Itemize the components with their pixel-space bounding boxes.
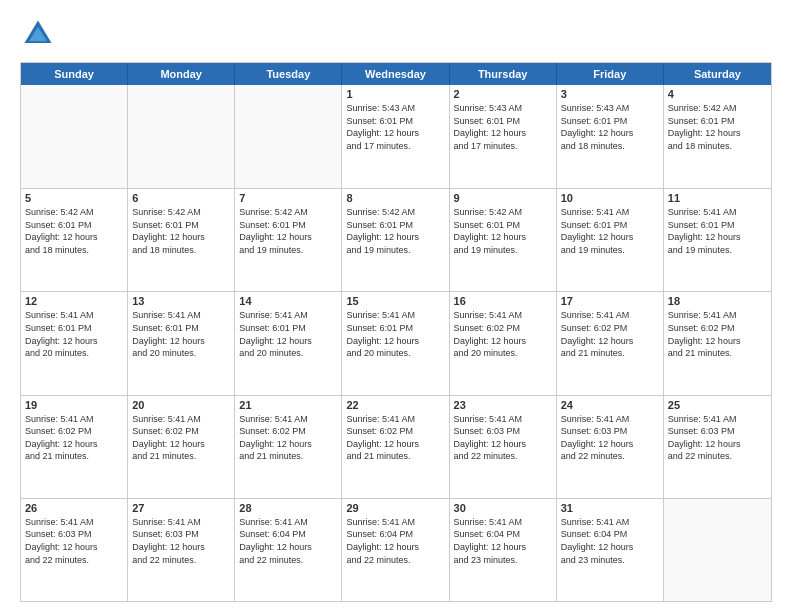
calendar-cell: 9Sunrise: 5:42 AM Sunset: 6:01 PM Daylig… xyxy=(450,189,557,291)
cell-info: Sunrise: 5:43 AM Sunset: 6:01 PM Dayligh… xyxy=(561,102,659,152)
day-number: 3 xyxy=(561,88,659,100)
day-number: 30 xyxy=(454,502,552,514)
calendar-cell xyxy=(128,85,235,188)
calendar-header: SundayMondayTuesdayWednesdayThursdayFrid… xyxy=(21,63,771,85)
calendar-cell: 8Sunrise: 5:42 AM Sunset: 6:01 PM Daylig… xyxy=(342,189,449,291)
day-number: 31 xyxy=(561,502,659,514)
cell-info: Sunrise: 5:41 AM Sunset: 6:02 PM Dayligh… xyxy=(346,413,444,463)
calendar-cell: 1Sunrise: 5:43 AM Sunset: 6:01 PM Daylig… xyxy=(342,85,449,188)
cell-info: Sunrise: 5:41 AM Sunset: 6:02 PM Dayligh… xyxy=(561,309,659,359)
calendar-cell: 30Sunrise: 5:41 AM Sunset: 6:04 PM Dayli… xyxy=(450,499,557,601)
day-number: 22 xyxy=(346,399,444,411)
calendar-cell: 19Sunrise: 5:41 AM Sunset: 6:02 PM Dayli… xyxy=(21,396,128,498)
calendar-week-3: 12Sunrise: 5:41 AM Sunset: 6:01 PM Dayli… xyxy=(21,291,771,394)
day-number: 23 xyxy=(454,399,552,411)
calendar-cell: 26Sunrise: 5:41 AM Sunset: 6:03 PM Dayli… xyxy=(21,499,128,601)
day-number: 19 xyxy=(25,399,123,411)
calendar-cell: 25Sunrise: 5:41 AM Sunset: 6:03 PM Dayli… xyxy=(664,396,771,498)
calendar-cell: 18Sunrise: 5:41 AM Sunset: 6:02 PM Dayli… xyxy=(664,292,771,394)
day-number: 14 xyxy=(239,295,337,307)
calendar-cell: 3Sunrise: 5:43 AM Sunset: 6:01 PM Daylig… xyxy=(557,85,664,188)
header-day-monday: Monday xyxy=(128,63,235,85)
cell-info: Sunrise: 5:42 AM Sunset: 6:01 PM Dayligh… xyxy=(132,206,230,256)
cell-info: Sunrise: 5:41 AM Sunset: 6:03 PM Dayligh… xyxy=(668,413,767,463)
cell-info: Sunrise: 5:42 AM Sunset: 6:01 PM Dayligh… xyxy=(668,102,767,152)
day-number: 6 xyxy=(132,192,230,204)
header-day-saturday: Saturday xyxy=(664,63,771,85)
logo-icon xyxy=(20,16,56,52)
day-number: 28 xyxy=(239,502,337,514)
cell-info: Sunrise: 5:41 AM Sunset: 6:04 PM Dayligh… xyxy=(239,516,337,566)
day-number: 8 xyxy=(346,192,444,204)
day-number: 4 xyxy=(668,88,767,100)
cell-info: Sunrise: 5:41 AM Sunset: 6:02 PM Dayligh… xyxy=(454,309,552,359)
calendar-cell: 31Sunrise: 5:41 AM Sunset: 6:04 PM Dayli… xyxy=(557,499,664,601)
calendar-body: 1Sunrise: 5:43 AM Sunset: 6:01 PM Daylig… xyxy=(21,85,771,601)
calendar-cell xyxy=(21,85,128,188)
day-number: 29 xyxy=(346,502,444,514)
calendar-cell: 16Sunrise: 5:41 AM Sunset: 6:02 PM Dayli… xyxy=(450,292,557,394)
cell-info: Sunrise: 5:41 AM Sunset: 6:04 PM Dayligh… xyxy=(346,516,444,566)
cell-info: Sunrise: 5:41 AM Sunset: 6:04 PM Dayligh… xyxy=(561,516,659,566)
calendar-cell xyxy=(664,499,771,601)
calendar-cell: 14Sunrise: 5:41 AM Sunset: 6:01 PM Dayli… xyxy=(235,292,342,394)
day-number: 7 xyxy=(239,192,337,204)
calendar-cell: 5Sunrise: 5:42 AM Sunset: 6:01 PM Daylig… xyxy=(21,189,128,291)
calendar-cell: 2Sunrise: 5:43 AM Sunset: 6:01 PM Daylig… xyxy=(450,85,557,188)
calendar-cell: 22Sunrise: 5:41 AM Sunset: 6:02 PM Dayli… xyxy=(342,396,449,498)
calendar-week-2: 5Sunrise: 5:42 AM Sunset: 6:01 PM Daylig… xyxy=(21,188,771,291)
day-number: 26 xyxy=(25,502,123,514)
calendar-cell xyxy=(235,85,342,188)
day-number: 18 xyxy=(668,295,767,307)
cell-info: Sunrise: 5:41 AM Sunset: 6:01 PM Dayligh… xyxy=(239,309,337,359)
day-number: 25 xyxy=(668,399,767,411)
calendar-cell: 15Sunrise: 5:41 AM Sunset: 6:01 PM Dayli… xyxy=(342,292,449,394)
calendar-cell: 4Sunrise: 5:42 AM Sunset: 6:01 PM Daylig… xyxy=(664,85,771,188)
day-number: 12 xyxy=(25,295,123,307)
day-number: 17 xyxy=(561,295,659,307)
calendar-cell: 11Sunrise: 5:41 AM Sunset: 6:01 PM Dayli… xyxy=(664,189,771,291)
header-day-sunday: Sunday xyxy=(21,63,128,85)
day-number: 16 xyxy=(454,295,552,307)
cell-info: Sunrise: 5:41 AM Sunset: 6:03 PM Dayligh… xyxy=(132,516,230,566)
header-day-wednesday: Wednesday xyxy=(342,63,449,85)
calendar-cell: 17Sunrise: 5:41 AM Sunset: 6:02 PM Dayli… xyxy=(557,292,664,394)
day-number: 11 xyxy=(668,192,767,204)
header xyxy=(20,16,772,52)
page: SundayMondayTuesdayWednesdayThursdayFrid… xyxy=(0,0,792,612)
calendar-cell: 29Sunrise: 5:41 AM Sunset: 6:04 PM Dayli… xyxy=(342,499,449,601)
calendar-cell: 20Sunrise: 5:41 AM Sunset: 6:02 PM Dayli… xyxy=(128,396,235,498)
calendar-cell: 12Sunrise: 5:41 AM Sunset: 6:01 PM Dayli… xyxy=(21,292,128,394)
cell-info: Sunrise: 5:42 AM Sunset: 6:01 PM Dayligh… xyxy=(239,206,337,256)
cell-info: Sunrise: 5:41 AM Sunset: 6:02 PM Dayligh… xyxy=(25,413,123,463)
day-number: 1 xyxy=(346,88,444,100)
day-number: 27 xyxy=(132,502,230,514)
header-day-thursday: Thursday xyxy=(450,63,557,85)
calendar: SundayMondayTuesdayWednesdayThursdayFrid… xyxy=(20,62,772,602)
day-number: 21 xyxy=(239,399,337,411)
calendar-cell: 23Sunrise: 5:41 AM Sunset: 6:03 PM Dayli… xyxy=(450,396,557,498)
cell-info: Sunrise: 5:41 AM Sunset: 6:03 PM Dayligh… xyxy=(561,413,659,463)
logo xyxy=(20,16,60,52)
calendar-week-5: 26Sunrise: 5:41 AM Sunset: 6:03 PM Dayli… xyxy=(21,498,771,601)
cell-info: Sunrise: 5:41 AM Sunset: 6:03 PM Dayligh… xyxy=(25,516,123,566)
header-day-friday: Friday xyxy=(557,63,664,85)
calendar-cell: 28Sunrise: 5:41 AM Sunset: 6:04 PM Dayli… xyxy=(235,499,342,601)
day-number: 13 xyxy=(132,295,230,307)
cell-info: Sunrise: 5:42 AM Sunset: 6:01 PM Dayligh… xyxy=(25,206,123,256)
cell-info: Sunrise: 5:43 AM Sunset: 6:01 PM Dayligh… xyxy=(346,102,444,152)
header-day-tuesday: Tuesday xyxy=(235,63,342,85)
calendar-cell: 7Sunrise: 5:42 AM Sunset: 6:01 PM Daylig… xyxy=(235,189,342,291)
calendar-cell: 24Sunrise: 5:41 AM Sunset: 6:03 PM Dayli… xyxy=(557,396,664,498)
calendar-week-1: 1Sunrise: 5:43 AM Sunset: 6:01 PM Daylig… xyxy=(21,85,771,188)
calendar-cell: 10Sunrise: 5:41 AM Sunset: 6:01 PM Dayli… xyxy=(557,189,664,291)
cell-info: Sunrise: 5:42 AM Sunset: 6:01 PM Dayligh… xyxy=(346,206,444,256)
calendar-cell: 21Sunrise: 5:41 AM Sunset: 6:02 PM Dayli… xyxy=(235,396,342,498)
cell-info: Sunrise: 5:42 AM Sunset: 6:01 PM Dayligh… xyxy=(454,206,552,256)
cell-info: Sunrise: 5:41 AM Sunset: 6:01 PM Dayligh… xyxy=(561,206,659,256)
cell-info: Sunrise: 5:41 AM Sunset: 6:02 PM Dayligh… xyxy=(239,413,337,463)
calendar-cell: 27Sunrise: 5:41 AM Sunset: 6:03 PM Dayli… xyxy=(128,499,235,601)
day-number: 15 xyxy=(346,295,444,307)
cell-info: Sunrise: 5:41 AM Sunset: 6:01 PM Dayligh… xyxy=(25,309,123,359)
calendar-week-4: 19Sunrise: 5:41 AM Sunset: 6:02 PM Dayli… xyxy=(21,395,771,498)
